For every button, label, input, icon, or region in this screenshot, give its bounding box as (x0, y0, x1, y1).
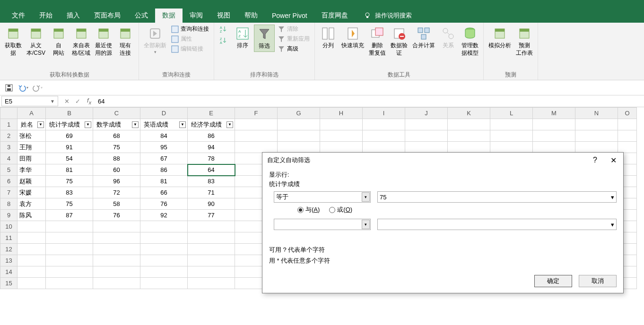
cell-M3[interactable] (533, 142, 575, 153)
cell-A5[interactable]: 李华 (17, 164, 46, 176)
cell-I2[interactable] (363, 130, 405, 142)
cell-K3[interactable] (448, 142, 490, 153)
tell-me-search[interactable]: 操作说明搜索 (364, 11, 412, 20)
get-data-btn-5[interactable]: 现有连接 (115, 25, 136, 58)
select-all-corner[interactable] (0, 108, 17, 119)
cell-A13[interactable] (17, 255, 46, 266)
cell-J2[interactable] (405, 130, 448, 142)
cell-B11[interactable] (46, 232, 93, 244)
cell-N3[interactable] (575, 142, 618, 153)
filter-item-2[interactable]: 高级 (276, 44, 312, 54)
cell-J1[interactable] (405, 119, 448, 130)
get-data-btn-1[interactable]: 从文本/CSV (25, 25, 47, 58)
datatool-btn-2[interactable]: 删除重复值 (367, 25, 388, 58)
cell-A11[interactable] (17, 232, 46, 244)
cell-J3[interactable] (405, 142, 448, 153)
datatool-btn-4[interactable]: 合并计算 (410, 25, 437, 51)
cell-D9[interactable]: 92 (140, 210, 188, 221)
cell-C8[interactable]: 58 (93, 198, 140, 210)
cell-D6[interactable]: 81 (140, 176, 188, 187)
filter-dropdown-button[interactable]: ▼ (132, 121, 139, 128)
filter-dropdown-button[interactable]: ▼ (85, 121, 91, 128)
col-header-C[interactable]: C (93, 108, 140, 119)
cell-E15[interactable] (188, 278, 235, 289)
value1-input[interactable]: 75 ▾ (377, 191, 617, 203)
refresh-all-button[interactable]: 全部刷新 ▾ (142, 25, 168, 56)
tab-数据[interactable]: 数据 (155, 9, 183, 23)
tab-审阅[interactable]: 审阅 (183, 9, 210, 23)
cell-C2[interactable]: 68 (93, 130, 140, 142)
row-header-9[interactable]: 9 (0, 210, 17, 221)
enter-formula-button[interactable]: ✓ (75, 98, 80, 105)
sort-desc-button[interactable]: ZA (217, 36, 230, 45)
forecast-btn-1[interactable]: 预测工作表 (514, 25, 535, 58)
row-header-3[interactable]: 3 (0, 142, 17, 153)
cell-E8[interactable]: 90 (188, 198, 235, 210)
cell-B15[interactable] (46, 278, 93, 289)
cell-F1[interactable] (235, 119, 278, 130)
cell-D4[interactable]: 67 (140, 153, 188, 164)
cell-C4[interactable]: 88 (93, 153, 140, 164)
row-header-12[interactable]: 12 (0, 244, 17, 255)
cell-A4[interactable]: 田雨 (17, 153, 46, 164)
sort-asc-button[interactable]: AZ (217, 25, 230, 34)
operator1-select[interactable]: 等于 ▾ (274, 191, 371, 203)
redo-button[interactable]: ▾ (32, 83, 43, 93)
dialog-close-button[interactable]: ✕ (609, 156, 618, 165)
cell-E4[interactable]: 78 (188, 153, 235, 164)
cell-C15[interactable] (93, 278, 140, 289)
cell-B12[interactable] (46, 244, 93, 255)
col-header-D[interactable]: D (140, 108, 188, 119)
cell-O1[interactable] (618, 119, 637, 130)
cell-E1[interactable]: 经济学成绩▼ (188, 119, 235, 130)
cancel-formula-button[interactable]: ✕ (64, 98, 70, 105)
cell-M1[interactable] (533, 119, 575, 130)
col-header-N[interactable]: N (575, 108, 618, 119)
row-header-10[interactable]: 10 (0, 221, 17, 232)
cell-N1[interactable] (575, 119, 618, 130)
cell-A7[interactable]: 宋媛 (17, 187, 46, 198)
undo-button[interactable]: ▾ (18, 83, 28, 93)
cell-A14[interactable] (17, 266, 46, 278)
cell-A8[interactable]: 袁方 (17, 198, 46, 210)
cell-K2[interactable] (448, 130, 490, 142)
cell-G2[interactable] (278, 130, 320, 142)
value2-input[interactable]: ▾ (377, 219, 617, 230)
cell-B7[interactable]: 83 (46, 187, 93, 198)
cell-I3[interactable] (363, 142, 405, 153)
cell-D12[interactable] (140, 244, 188, 255)
cell-D3[interactable]: 95 (140, 142, 188, 153)
tab-视图[interactable]: 视图 (210, 9, 237, 23)
and-radio[interactable]: 与(A) (297, 205, 320, 214)
cell-G1[interactable] (278, 119, 320, 130)
cell-H1[interactable] (320, 119, 363, 130)
cell-E3[interactable]: 94 (188, 142, 235, 153)
row-header-1[interactable]: 1 (0, 119, 17, 130)
cell-B4[interactable]: 54 (46, 153, 93, 164)
row-header-7[interactable]: 7 (0, 187, 17, 198)
row-header-4[interactable]: 4 (0, 153, 17, 164)
cell-L1[interactable] (490, 119, 533, 130)
cell-E11[interactable] (188, 232, 235, 244)
row-header-5[interactable]: 5 (0, 164, 17, 176)
cell-E14[interactable] (188, 266, 235, 278)
cell-A1[interactable]: 姓名▼ (17, 119, 46, 130)
cell-H2[interactable] (320, 130, 363, 142)
col-header-I[interactable]: I (363, 108, 405, 119)
cancel-button[interactable]: 取消 (579, 275, 617, 287)
tab-Power Pivot[interactable]: Power Pivot (265, 9, 314, 22)
cell-C10[interactable] (93, 221, 140, 232)
cell-E6[interactable]: 83 (188, 176, 235, 187)
query-item-0[interactable]: 查询和连接 (169, 25, 211, 34)
cell-B3[interactable]: 91 (46, 142, 93, 153)
cell-C11[interactable] (93, 232, 140, 244)
datatool-btn-0[interactable]: 分列 (318, 25, 339, 51)
cell-B8[interactable]: 75 (46, 198, 93, 210)
cell-E9[interactable]: 77 (188, 210, 235, 221)
row-header-15[interactable]: 15 (0, 278, 17, 289)
cell-H3[interactable] (320, 142, 363, 153)
operator2-select[interactable]: ▾ (274, 219, 371, 230)
cell-D1[interactable]: 英语成绩▼ (140, 119, 188, 130)
or-radio[interactable]: 或(O) (329, 205, 352, 214)
cell-A2[interactable]: 张松 (17, 130, 46, 142)
